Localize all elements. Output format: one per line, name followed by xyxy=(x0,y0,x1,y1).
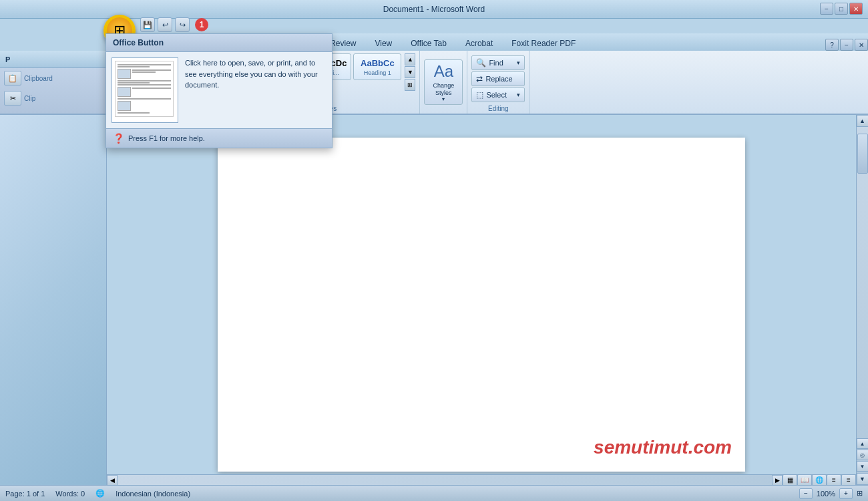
preview-img xyxy=(118,69,131,79)
help-button[interactable]: ? xyxy=(825,39,839,51)
find-icon: 🔍 xyxy=(476,58,486,67)
preview-line xyxy=(132,88,171,89)
preview-img2 xyxy=(118,87,131,97)
status-right: − 100% + ⊞ xyxy=(799,488,863,499)
styles-scroll-down-button[interactable]: ▼ xyxy=(405,66,415,78)
find-label: Find xyxy=(489,59,503,67)
view-web-layout-button[interactable]: 🌐 xyxy=(812,474,827,486)
view-full-reading-button[interactable]: 📖 xyxy=(797,474,812,486)
clip-icon[interactable]: ✂ xyxy=(4,91,21,106)
close-button[interactable]: ✕ xyxy=(849,3,863,15)
tab-office-tab[interactable]: Office Tab xyxy=(401,36,456,51)
find-button[interactable]: 🔍 Find ▾ xyxy=(471,55,525,70)
tab-acrobat[interactable]: Acrobat xyxy=(456,36,502,51)
window-controls: − □ ✕ xyxy=(820,3,863,15)
maximize-button[interactable]: □ xyxy=(835,3,848,15)
change-styles-button[interactable]: Aa ChangeStyles ▾ xyxy=(424,59,463,105)
preview-page xyxy=(115,61,174,117)
scroll-select-object-button[interactable]: ◎ xyxy=(857,450,869,460)
quick-access-toolbar: 💾 ↩ ↪ 1 xyxy=(140,17,208,32)
select-icon: ⬚ xyxy=(476,90,483,100)
preview-line xyxy=(132,71,156,73)
scroll-right-button[interactable]: ▶ xyxy=(772,475,783,486)
fit-page-icon: ⊞ xyxy=(857,489,863,498)
scroll-up-button[interactable]: ▲ xyxy=(857,115,869,127)
editing-label: Editing xyxy=(488,104,509,114)
help-icon: ❓ xyxy=(113,133,124,144)
zoom-out-button[interactable]: − xyxy=(799,488,813,499)
preview-line xyxy=(118,64,171,65)
document-area: semutimut.com xyxy=(107,115,856,485)
scroll-h-track xyxy=(118,475,772,486)
find-arrow: ▾ xyxy=(517,59,520,66)
page-info: Page: 1 of 1 xyxy=(5,490,45,498)
tab-view[interactable]: View xyxy=(365,36,401,51)
change-styles-icon: Aa xyxy=(434,62,453,81)
scroll-left-button[interactable]: ◀ xyxy=(107,475,118,486)
watermark: semutimut.com xyxy=(594,437,732,458)
editing-group: 🔍 Find ▾ ⇄ Replace ⬚ Select ▾ Editing xyxy=(467,51,529,114)
vertical-scrollbar: ▲ ▲ ◎ ▼ ▼ xyxy=(856,115,868,485)
office-dropdown-body: Click here to open, save, or print, and … xyxy=(106,52,332,128)
editing-buttons: 🔍 Find ▾ ⇄ Replace ⬚ Select ▾ xyxy=(471,55,525,102)
step-badge: 1 xyxy=(195,18,208,31)
scroll-thumb[interactable] xyxy=(857,134,868,174)
left-sidebar xyxy=(0,115,107,485)
clip-label: Clip xyxy=(24,95,35,102)
preview-line xyxy=(118,84,171,86)
office-dropdown-header: Office Button xyxy=(106,34,332,52)
view-outline-button[interactable]: ≡ xyxy=(827,474,841,486)
minimize-button[interactable]: − xyxy=(820,3,833,15)
preview-line xyxy=(118,112,150,114)
change-styles-label: ChangeStyles xyxy=(433,82,455,97)
change-styles-inner: Aa ChangeStyles ▾ xyxy=(424,53,463,111)
view-draft-button[interactable]: ≡ xyxy=(841,474,856,486)
zoom-level: 100% xyxy=(817,490,835,498)
office-dropdown-description: Click here to open, save, or print, and … xyxy=(185,57,327,123)
language-icon: 🌐 xyxy=(95,489,105,498)
scroll-down-button[interactable]: ▼ xyxy=(857,473,869,485)
scroll-prev-page-button[interactable]: ▲ xyxy=(857,438,869,449)
window-title: Document1 - Microsoft Word xyxy=(0,5,868,14)
title-bar: Document1 - Microsoft Word − □ ✕ xyxy=(0,0,868,19)
styles-scroll-up-button[interactable]: ▲ xyxy=(405,53,415,65)
replace-label: Replace xyxy=(485,75,512,83)
right-tab-controls: ? − ✕ xyxy=(825,39,868,51)
ribbon-minimize-button[interactable]: − xyxy=(840,39,853,51)
style-heading1-button[interactable]: AaBbCc Heading 1 xyxy=(353,53,401,80)
select-button[interactable]: ⬚ Select ▾ xyxy=(471,88,525,102)
replace-button[interactable]: ⇄ Replace xyxy=(471,71,525,86)
view-print-layout-button[interactable]: ▦ xyxy=(783,474,797,486)
redo-button[interactable]: ↪ xyxy=(175,17,190,32)
scroll-next-page-button[interactable]: ▼ xyxy=(857,461,869,472)
preview-line xyxy=(118,82,150,84)
preview-line xyxy=(118,80,171,81)
scroll-track xyxy=(857,127,869,437)
select-label: Select xyxy=(486,91,507,99)
preview-line xyxy=(132,69,171,71)
clipboard-icon[interactable]: 📋 xyxy=(4,71,21,86)
undo-button[interactable]: ↩ xyxy=(158,17,172,32)
styles-scroll-buttons: ▲ ▼ ⊞ xyxy=(405,53,415,91)
save-button[interactable]: 💾 xyxy=(140,17,155,32)
ribbon-close-button[interactable]: ✕ xyxy=(855,39,868,51)
change-styles-dropdown-icon: ▾ xyxy=(442,96,445,102)
left-ribbon-area: P 📋 Clipboard ✂ Clip xyxy=(0,51,107,115)
left-ribbon-row2: ✂ Clip xyxy=(0,88,106,108)
styles-expand-button[interactable]: ⊞ xyxy=(405,79,415,91)
left-tab-label: P xyxy=(5,55,10,63)
preview-text-area2 xyxy=(132,87,171,97)
horizontal-scrollbar: ◀ ▶ ▦ 📖 🌐 ≡ ≡ xyxy=(107,474,856,485)
office-dropdown: Office Button xyxy=(105,33,333,148)
preview-line xyxy=(118,98,171,100)
preview-img-row2 xyxy=(118,87,171,97)
tab-foxit[interactable]: Foxit Reader PDF xyxy=(502,36,585,51)
office-dropdown-footer: ❓ Press F1 for more help. xyxy=(106,128,332,148)
help-text: Press F1 for more help. xyxy=(128,134,205,142)
status-bar: Page: 1 of 1 Words: 0 🌐 Indonesian (Indo… xyxy=(0,485,868,501)
change-styles-group: Aa ChangeStyles ▾ xyxy=(420,51,467,114)
document-preview xyxy=(112,57,178,123)
preview-text-area xyxy=(132,69,171,79)
zoom-in-button[interactable]: + xyxy=(839,488,853,499)
document-page[interactable]: semutimut.com xyxy=(218,138,745,472)
